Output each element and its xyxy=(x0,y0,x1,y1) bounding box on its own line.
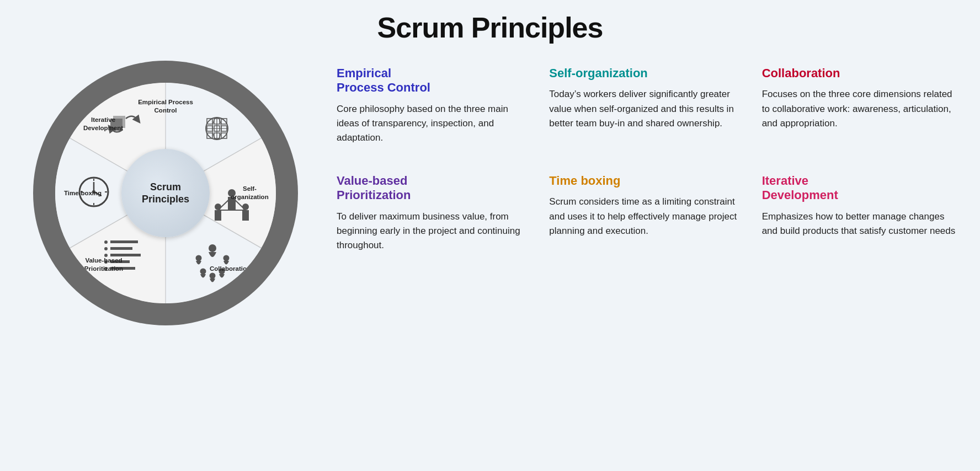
principle-timebox-title: Time boxing xyxy=(549,174,745,188)
svg-point-41 xyxy=(223,255,230,261)
seg-label-id: IterativeDevelopment xyxy=(78,116,128,132)
svg-point-39 xyxy=(209,244,216,252)
wheel-inner: Scrum Principles Empirical ProcessContro… xyxy=(55,83,276,303)
principle-selforg-title: Self-organization xyxy=(549,66,745,81)
principle-empirical-body: Core philosophy based on the three main … xyxy=(337,102,532,146)
diagram-area: Scrum Principles Empirical ProcessContro… xyxy=(22,61,309,325)
principle-vbp: Value-basedPrioritization To deliver max… xyxy=(337,168,532,264)
seg-label-col: Collaboration xyxy=(205,265,255,273)
svg-rect-32 xyxy=(110,247,132,250)
principle-timebox-body: Scrum considers time as a limiting const… xyxy=(549,195,745,238)
principle-collab: Collaboration Focuses on the three core … xyxy=(762,61,958,157)
svg-point-47 xyxy=(242,204,249,210)
text-grid: EmpiricalProcess Control Core philosophy… xyxy=(320,61,958,264)
principle-empirical-title: EmpiricalProcess Control xyxy=(337,66,532,95)
svg-point-46 xyxy=(215,204,221,210)
principle-timebox: Time boxing Scrum considers time as a li… xyxy=(549,168,745,264)
wheel-container: Scrum Principles Empirical ProcessContro… xyxy=(33,61,298,325)
main-content: Scrum Principles Empirical ProcessContro… xyxy=(22,61,958,325)
principle-selforg-body: Today’s workers deliver significantly gr… xyxy=(549,87,745,131)
seg-label-epc: Empirical ProcessControl xyxy=(135,98,196,115)
svg-point-29 xyxy=(104,240,108,244)
wheel-center: Scrum Principles xyxy=(121,149,210,237)
svg-point-31 xyxy=(104,247,108,250)
principle-empirical: EmpiricalProcess Control Core philosophy… xyxy=(337,61,532,157)
principle-vbp-title: Value-basedPrioritization xyxy=(337,174,532,203)
principle-iterdev: IterativeDevelopment Emphasizes how to b… xyxy=(762,168,958,264)
principle-iterdev-body: Emphasizes how to better manage changes … xyxy=(762,210,958,239)
row-divider xyxy=(337,162,958,163)
wheel-center-text: Scrum Principles xyxy=(142,181,189,206)
principle-iterdev-title: IterativeDevelopment xyxy=(762,174,958,203)
svg-rect-30 xyxy=(110,240,138,243)
principle-collab-title: Collaboration xyxy=(762,66,958,81)
seg-label-tb: Time-boxing xyxy=(61,189,105,197)
seg-label-vbp: Value-basedPrioritization xyxy=(76,256,131,273)
svg-point-44 xyxy=(210,273,216,279)
principle-selforg: Self-organization Today’s workers delive… xyxy=(549,61,745,157)
principle-collab-body: Focuses on the three core dimensions rel… xyxy=(762,87,958,131)
wheel-outer: Scrum Principles Empirical ProcessContro… xyxy=(33,61,298,325)
svg-point-40 xyxy=(196,255,202,261)
seg-label-so: Self-organization xyxy=(226,185,273,201)
page-title: Scrum Principles xyxy=(377,11,603,44)
principle-vbp-body: To deliver maximum business value, from … xyxy=(337,210,532,253)
